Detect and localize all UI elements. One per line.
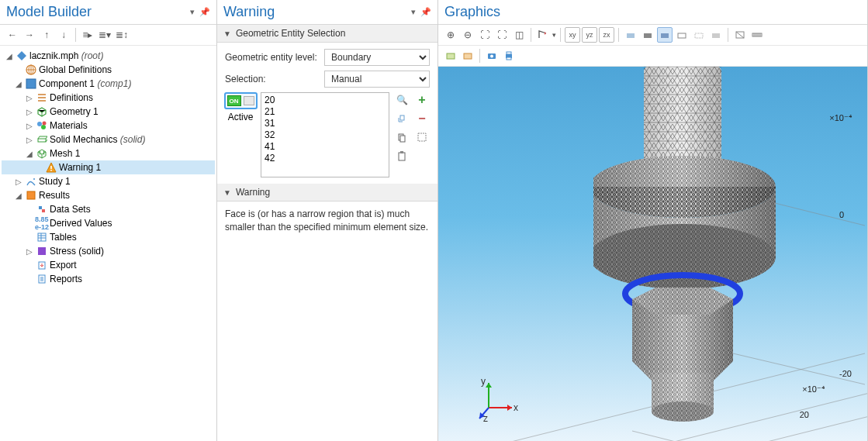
remove-icon[interactable]: − <box>414 111 430 126</box>
select-domain-icon[interactable] <box>443 48 458 64</box>
svg-rect-23 <box>400 151 403 153</box>
panel-menu-icon[interactable]: ▾ <box>190 7 195 17</box>
tree-derived[interactable]: Derived Values <box>50 218 112 229</box>
panel-pin-icon[interactable]: 📌 <box>199 7 210 17</box>
zoom-selected-icon[interactable]: ◫ <box>511 27 527 43</box>
expand-toggle[interactable]: ◢ <box>5 52 14 60</box>
measure-icon[interactable] <box>749 27 765 43</box>
view-yz-icon[interactable]: yz <box>582 27 597 43</box>
select-boundary-icon[interactable] <box>460 48 475 64</box>
zoom-selection-icon[interactable]: 🔍 <box>394 92 410 108</box>
expand-toggle[interactable]: ◢ <box>25 150 34 158</box>
tables-icon <box>36 231 48 243</box>
render-3-icon[interactable] <box>657 27 673 43</box>
collapse-icon[interactable]: ≡▸ <box>80 27 95 43</box>
axis-tick: 0 <box>839 210 844 219</box>
nav-down-icon[interactable]: ↓ <box>56 27 71 43</box>
warning-section-header[interactable]: ▼ Warning <box>217 184 437 202</box>
render-4-icon[interactable] <box>674 27 690 43</box>
tree-geometry[interactable]: Geometry 1 <box>50 106 99 117</box>
tree-tables[interactable]: Tables <box>50 232 77 243</box>
component-icon <box>25 78 37 90</box>
render-5-icon[interactable] <box>691 27 707 43</box>
zoom-out-icon[interactable]: ⊖ <box>460 27 475 43</box>
print-icon[interactable] <box>501 48 517 64</box>
add-selection-icon[interactable] <box>394 111 410 126</box>
selection-select[interactable]: Manual <box>324 71 430 88</box>
tree-stress[interactable]: Stress (solid) <box>50 246 104 257</box>
nav-fwd-icon[interactable]: → <box>22 27 37 43</box>
tree-datasets[interactable]: Data Sets <box>50 204 91 215</box>
expand-toggle[interactable]: ◢ <box>14 191 23 200</box>
rotate-icon[interactable] <box>535 27 551 43</box>
expand-toggle[interactable]: ▷ <box>25 108 34 116</box>
svg-rect-16 <box>38 247 46 255</box>
reports-icon <box>36 273 48 285</box>
entity-list[interactable]: 20 21 31 32 41 42 <box>261 92 389 177</box>
svg-rect-19 <box>400 115 404 120</box>
toggle-icon[interactable] <box>414 129 430 145</box>
entity-id[interactable]: 21 <box>265 106 386 118</box>
snapshot-icon[interactable] <box>484 48 500 64</box>
svg-marker-0 <box>17 51 26 60</box>
tree-export[interactable]: Export <box>50 260 77 270</box>
graphics-viewport[interactable]: ×10⁻⁴ 0 -20 ×10⁻⁴ 20 x y z <box>438 67 867 441</box>
svg-rect-7 <box>38 139 46 142</box>
tree-reports[interactable]: Reports <box>50 274 82 284</box>
expand-toggle[interactable]: ▷ <box>25 136 34 144</box>
svg-rect-34 <box>447 53 455 59</box>
geom-entity-section-header[interactable]: ▼ Geometric Entity Selection <box>217 25 437 43</box>
tree-component[interactable]: Component 1 (comp1) <box>39 78 131 89</box>
render-2-icon[interactable] <box>640 27 655 43</box>
export-icon <box>36 259 48 271</box>
nav-back-icon[interactable]: ← <box>5 27 20 43</box>
copy-selection-icon[interactable] <box>394 129 410 145</box>
tree-warning-1[interactable]: Warning 1 <box>59 162 101 173</box>
tree-sort-icon[interactable]: ≣↕ <box>114 27 130 43</box>
geometry-icon <box>36 105 48 118</box>
model-builder-title: Model Builder <box>6 4 190 20</box>
warning-icon <box>45 161 57 174</box>
physics-icon <box>36 133 48 146</box>
svg-rect-30 <box>695 33 703 38</box>
expand-toggle[interactable]: ▷ <box>25 94 34 102</box>
study-icon <box>25 175 37 188</box>
expand-toggle[interactable]: ▷ <box>25 247 34 256</box>
entity-id[interactable]: 31 <box>265 118 386 129</box>
zoom-extents-icon[interactable]: ⛶ <box>494 27 510 43</box>
active-toggle[interactable]: ON <box>224 92 258 109</box>
panel-menu-icon[interactable]: ▾ <box>411 7 416 17</box>
panel-pin-icon[interactable]: 📌 <box>420 7 431 17</box>
zoom-in-icon[interactable]: ⊕ <box>443 27 458 43</box>
model-tree[interactable]: ◢ lacznik.mph (root) Global Definitions … <box>0 46 216 441</box>
view-xy-icon[interactable]: xy <box>565 27 580 43</box>
nav-up-icon[interactable]: ↑ <box>39 27 54 43</box>
tree-results[interactable]: Results <box>39 190 70 201</box>
entity-id[interactable]: 42 <box>265 153 386 164</box>
tree-solid-mech[interactable]: Solid Mechanics (solid) <box>50 134 145 145</box>
entity-id[interactable]: 41 <box>265 141 386 153</box>
clip-icon[interactable] <box>732 27 748 43</box>
axis-triad: x y z <box>473 377 520 425</box>
tree-materials[interactable]: Materials <box>50 120 88 131</box>
tree-root[interactable]: lacznik.mph (root) <box>29 50 103 61</box>
expand-toggle[interactable]: ▷ <box>25 122 34 130</box>
tree-definitions[interactable]: Definitions <box>50 92 93 103</box>
svg-rect-39 <box>507 52 511 54</box>
add-icon[interactable]: + <box>414 92 430 108</box>
entity-id[interactable]: 20 <box>265 95 386 106</box>
tree-options-icon[interactable]: ≣▾ <box>97 27 112 43</box>
expand-toggle[interactable]: ◢ <box>14 80 23 88</box>
tree-study[interactable]: Study 1 <box>39 176 71 187</box>
view-zx-icon[interactable]: zx <box>599 27 614 43</box>
paste-selection-icon[interactable] <box>394 148 410 164</box>
render-6-icon[interactable] <box>708 27 724 43</box>
entity-level-select[interactable]: Boundary <box>324 49 430 66</box>
entity-id[interactable]: 32 <box>265 129 386 141</box>
tree-global-defs[interactable]: Global Definitions <box>39 64 112 75</box>
tree-mesh[interactable]: Mesh 1 <box>50 148 80 159</box>
expand-toggle[interactable]: ▷ <box>14 177 23 186</box>
render-1-icon[interactable] <box>623 27 638 43</box>
svg-rect-13 <box>39 206 42 209</box>
zoom-box-icon[interactable]: ⛶ <box>477 27 493 43</box>
